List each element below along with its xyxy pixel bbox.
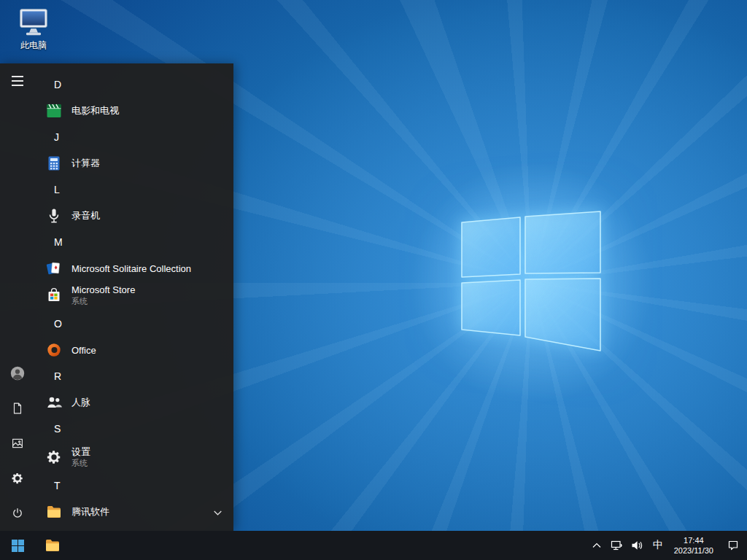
app-sublabel: 系统 xyxy=(71,297,135,306)
gear-icon xyxy=(45,448,63,466)
network-icon xyxy=(611,540,623,551)
app-calculator[interactable]: 计算器 xyxy=(35,151,233,176)
start-button[interactable] xyxy=(0,531,35,560)
power-icon xyxy=(11,507,24,520)
pictures-button[interactable] xyxy=(0,426,35,461)
tray-show-hidden-icons[interactable] xyxy=(587,531,607,560)
app-office[interactable]: Office xyxy=(35,338,233,362)
tray-volume[interactable] xyxy=(627,531,648,560)
app-label: 腾讯软件 xyxy=(71,505,109,518)
app-folder-tencent[interactable]: 腾讯软件 xyxy=(35,499,233,524)
section-letter-s[interactable]: S xyxy=(35,415,233,443)
desktop-icon-this-pc[interactable]: 此电脑 xyxy=(6,7,61,52)
calculator-icon xyxy=(45,155,63,172)
file-explorer-icon xyxy=(44,537,61,554)
documents-button[interactable] xyxy=(0,391,35,426)
action-center-icon xyxy=(727,540,739,551)
clock-date: 2023/11/30 xyxy=(674,545,713,556)
app-label: Office xyxy=(71,345,96,356)
documents-icon xyxy=(11,402,24,415)
voice-recorder-icon xyxy=(45,207,63,225)
section-letter-t[interactable]: T xyxy=(35,472,233,499)
windows-hero-logo xyxy=(461,211,601,352)
app-solitaire[interactable]: Microsoft Solitaire Collection xyxy=(35,256,233,281)
section-letter-w[interactable]: W xyxy=(35,524,233,531)
app-voice-recorder[interactable]: 录音机 xyxy=(35,203,233,228)
expand-menu-button[interactable] xyxy=(0,63,35,98)
power-button[interactable] xyxy=(0,496,35,531)
clock-time: 17:44 xyxy=(684,535,704,545)
file-explorer-button[interactable] xyxy=(35,531,70,560)
system-tray: 中 17:44 2023/11/30 xyxy=(587,531,747,560)
section-letter-m[interactable]: M xyxy=(35,228,233,256)
speaker-icon xyxy=(631,540,643,551)
section-letter-j[interactable]: J xyxy=(35,123,233,151)
app-label: 电影和电视 xyxy=(71,104,119,117)
start-menu-rail xyxy=(0,63,35,531)
app-microsoft-store[interactable]: Microsoft Store 系统 xyxy=(35,281,233,310)
desktop-screen: 此电脑 xyxy=(0,0,747,560)
folder-icon xyxy=(45,503,63,521)
hamburger-icon xyxy=(12,76,23,86)
app-label: 设置 xyxy=(71,447,90,458)
taskbar: 中 17:44 2023/11/30 xyxy=(0,531,747,560)
start-menu: D 电影和电视 J xyxy=(0,63,233,531)
tray-ime-indicator[interactable]: 中 xyxy=(648,531,668,560)
this-pc-icon xyxy=(18,7,50,38)
app-sublabel: 系统 xyxy=(71,459,90,468)
windows-logo-icon xyxy=(12,540,24,552)
start-menu-app-list: D 电影和电视 J xyxy=(35,63,233,531)
section-letter-r[interactable]: R xyxy=(35,362,233,390)
tray-clock[interactable]: 17:44 2023/11/30 xyxy=(668,531,719,560)
app-label: 人脉 xyxy=(71,396,90,409)
chevron-up-icon xyxy=(592,542,601,548)
app-movies-tv[interactable]: 电影和电视 xyxy=(35,98,233,123)
pictures-icon xyxy=(11,437,24,450)
movies-tv-icon xyxy=(45,102,63,120)
app-people[interactable]: 人脉 xyxy=(35,390,233,415)
app-label: Microsoft Store xyxy=(71,285,135,296)
settings-button[interactable] xyxy=(0,461,35,496)
tray-network[interactable] xyxy=(607,531,627,560)
office-icon xyxy=(45,341,63,359)
section-letter-d[interactable]: D xyxy=(35,71,233,98)
app-label: Microsoft Solitaire Collection xyxy=(71,263,191,274)
section-letter-o[interactable]: O xyxy=(35,310,233,338)
app-settings[interactable]: 设置 系统 xyxy=(35,443,233,472)
desktop-icon-label: 此电脑 xyxy=(20,39,47,52)
user-account-button[interactable] xyxy=(0,356,35,391)
chevron-down-icon xyxy=(214,505,222,518)
store-icon xyxy=(45,287,63,304)
people-icon xyxy=(45,394,63,411)
section-letter-l[interactable]: L xyxy=(35,176,233,203)
gear-icon xyxy=(11,472,24,485)
user-avatar-icon xyxy=(9,365,26,381)
app-label: 录音机 xyxy=(71,209,100,222)
action-center-button[interactable] xyxy=(719,531,747,560)
app-label: 计算器 xyxy=(71,157,100,170)
solitaire-icon xyxy=(45,260,63,277)
